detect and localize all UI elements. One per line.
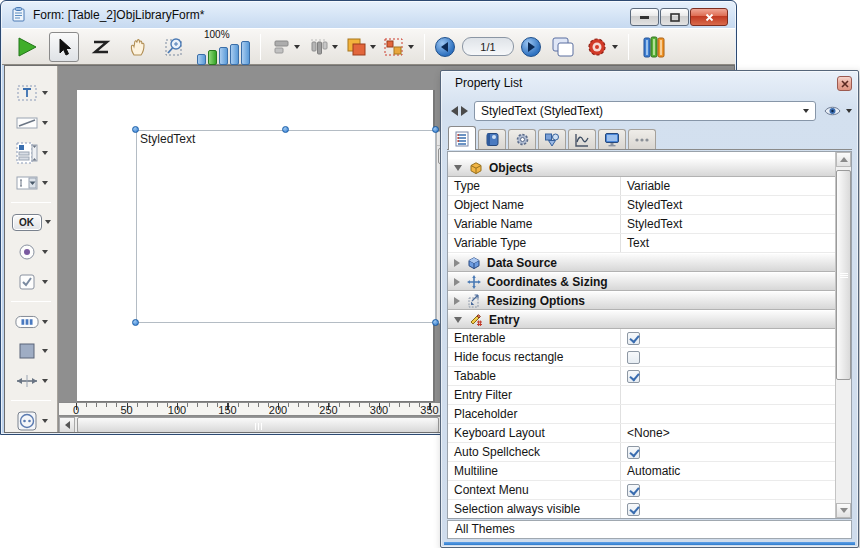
scrollbar-thumb[interactable] [836, 170, 851, 380]
dropdown-arrow-icon[interactable] [42, 349, 48, 353]
tab-display[interactable] [598, 129, 626, 149]
zoom-bar-1[interactable] [197, 54, 206, 65]
property-row-tabable[interactable]: Tabable [448, 367, 835, 386]
palette-tool-combobox[interactable] [15, 171, 48, 194]
styledtext-object[interactable]: StyledText [136, 130, 436, 323]
previous-page-button[interactable] [435, 37, 455, 57]
property-row-placeholder[interactable]: Placeholder [448, 405, 835, 424]
object-selector-dropdown[interactable]: StyledText (StyledText) [474, 101, 816, 121]
property-value[interactable] [620, 386, 835, 404]
checkbox-checked[interactable] [627, 370, 640, 383]
palette-tool-checkbox[interactable] [15, 270, 48, 293]
property-row-multiline[interactable]: MultilineAutomatic [448, 462, 835, 481]
palette-tool-buttonbar[interactable] [15, 310, 48, 333]
property-row-entry-filter[interactable]: Entry Filter [448, 386, 835, 405]
expand-triangle-icon[interactable] [454, 297, 460, 305]
property-value[interactable]: StyledText [620, 215, 835, 233]
property-list-title-bar[interactable]: Property List [441, 71, 858, 95]
property-row-type[interactable]: TypeVariable [448, 177, 835, 196]
collapse-triangle-icon[interactable] [454, 165, 462, 171]
dropdown-arrow-icon[interactable] [42, 280, 48, 284]
dropdown-arrow-icon[interactable] [370, 45, 376, 49]
dropdown-arrow-icon[interactable] [42, 419, 48, 423]
palette-tool-splitter[interactable] [15, 370, 48, 393]
dropdown-arrow-icon[interactable] [42, 320, 48, 324]
property-value[interactable]: Automatic [620, 462, 835, 480]
checkbox-unchecked[interactable] [627, 351, 640, 364]
distribute-button[interactable] [308, 32, 338, 62]
tab-more[interactable] [628, 129, 656, 149]
section-header-coordinates-sizing[interactable]: Coordinates & Sizing [448, 272, 835, 291]
group-button[interactable] [383, 32, 414, 62]
zoom-bar-5[interactable] [241, 41, 250, 65]
palette-tool-listbox[interactable] [15, 141, 48, 164]
checkbox-checked[interactable] [627, 446, 640, 459]
palette-tool-line[interactable] [15, 112, 48, 135]
property-row-context-menu[interactable]: Context Menu [448, 481, 835, 500]
dropdown-arrow-icon[interactable] [294, 45, 300, 49]
dropdown-arrow-icon[interactable] [332, 45, 338, 49]
dropdown-arrow-icon[interactable] [45, 220, 51, 224]
palette-tool-text[interactable] [15, 82, 48, 105]
palette-tool-radio[interactable] [15, 241, 48, 264]
palette-tool-rectangle[interactable] [15, 340, 48, 363]
tab-properties-list[interactable] [448, 126, 476, 150]
dropdown-arrow-icon[interactable] [408, 45, 414, 49]
property-value[interactable] [620, 405, 835, 423]
dropdown-arrow-icon[interactable] [42, 181, 48, 185]
scroll-up-button[interactable] [836, 152, 851, 167]
checkbox-checked[interactable] [627, 332, 640, 345]
zoom-bar-4[interactable] [230, 44, 239, 65]
dropdown-arrow-icon[interactable] [42, 250, 48, 254]
form-pages-button[interactable] [548, 32, 578, 62]
scroll-left-button[interactable] [59, 417, 75, 433]
close-button[interactable] [690, 8, 728, 26]
selection-handle[interactable] [432, 126, 439, 133]
property-row-variable-type[interactable]: Variable TypeText [448, 234, 835, 253]
dropdown-arrow-icon[interactable] [42, 121, 48, 125]
entry-order-button[interactable] [86, 32, 116, 62]
property-value[interactable]: Variable [620, 177, 835, 195]
section-header-objects[interactable]: Objects [448, 158, 835, 177]
dropdown-arrow-icon[interactable] [42, 91, 48, 95]
property-row-selection-always-visible[interactable]: Selection always visible [448, 500, 835, 518]
palette-tool-plugin[interactable] [15, 409, 48, 432]
property-value[interactable]: Text [620, 234, 835, 252]
selection-handle[interactable] [282, 126, 289, 133]
property-list-close-button[interactable] [837, 76, 852, 91]
checkbox-checked[interactable] [627, 503, 640, 516]
property-value[interactable]: StyledText [620, 196, 835, 214]
object-library-button[interactable] [639, 32, 669, 62]
zoom-bars-control[interactable]: 100% [197, 29, 250, 65]
form-page[interactable]: StyledText [77, 90, 435, 402]
property-row-object-name[interactable]: Object NameStyledText [448, 196, 835, 215]
zoom-bar-3[interactable] [219, 47, 228, 65]
zoom-bar-current[interactable] [208, 50, 217, 65]
expand-triangle-icon[interactable] [454, 278, 460, 286]
section-header-entry[interactable]: Entry [448, 310, 835, 329]
expand-triangle-icon[interactable] [454, 259, 460, 267]
section-header-data-source[interactable]: Data Source [448, 253, 835, 272]
property-row-auto-spellcheck[interactable]: Auto Spellcheck [448, 443, 835, 462]
tab-book[interactable] [478, 129, 506, 149]
next-object-icon[interactable] [461, 106, 468, 116]
view-options-button[interactable] [824, 105, 852, 117]
tab-shapes[interactable] [538, 129, 566, 149]
layers-button[interactable] [345, 32, 376, 62]
minimize-button[interactable] [630, 8, 659, 26]
property-row-hide-focus-rectangle[interactable]: Hide focus rectangle [448, 348, 835, 367]
checkbox-checked[interactable] [627, 484, 640, 497]
section-header-resizing-options[interactable]: Resizing Options [448, 291, 835, 310]
property-row-enterable[interactable]: Enterable [448, 329, 835, 348]
dropdown-arrow-icon[interactable] [612, 45, 618, 49]
selection-handle[interactable] [432, 319, 439, 326]
title-bar[interactable]: Form: [Table_2]ObjLibraryForm* [1, 1, 736, 28]
selection-handle[interactable] [132, 319, 139, 326]
selection-handle[interactable] [132, 126, 139, 133]
maximize-button[interactable] [660, 8, 689, 26]
tab-gear[interactable] [508, 129, 536, 149]
select-tool-button[interactable] [49, 32, 79, 62]
zoom-tool-button[interactable] [160, 32, 190, 62]
next-page-button[interactable] [521, 37, 541, 57]
collapse-triangle-icon[interactable] [454, 317, 462, 323]
